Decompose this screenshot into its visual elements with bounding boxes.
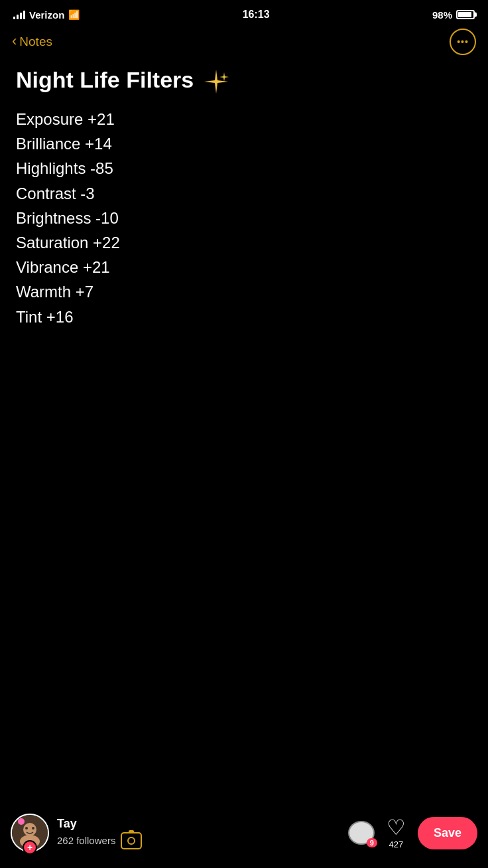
battery-percent: 98% bbox=[432, 9, 452, 21]
back-chevron-icon: ‹ bbox=[12, 33, 17, 50]
status-left: Verizon 📶 bbox=[13, 9, 80, 21]
wifi-icon: 📶 bbox=[68, 9, 80, 20]
camera-icon bbox=[121, 832, 142, 849]
followers-text: 262 followers bbox=[57, 835, 115, 846]
filter-brightness: Brightness -10 bbox=[16, 206, 472, 230]
filter-exposure: Exposure +21 bbox=[16, 107, 472, 131]
note-content: Night Life Filters Exposure +21 Brillian… bbox=[0, 61, 488, 342]
back-label: Notes bbox=[19, 35, 52, 49]
note-title-text: Night Life Filters bbox=[16, 67, 194, 92]
heart-icon: ♡ bbox=[387, 817, 406, 838]
more-button[interactable]: ••• bbox=[450, 29, 476, 55]
sparkle-icon bbox=[203, 68, 229, 95]
filter-contrast: Contrast -3 bbox=[16, 181, 472, 206]
filter-vibrance: Vibrance +21 bbox=[16, 255, 472, 279]
action-buttons: 9 ♡ 427 Save bbox=[348, 817, 477, 849]
comment-count: 9 bbox=[367, 838, 377, 847]
user-info: Tay 262 followers bbox=[57, 817, 340, 849]
filter-tint: Tint +16 bbox=[16, 305, 472, 329]
follow-plus-icon[interactable]: + bbox=[23, 840, 37, 855]
filter-list: Exposure +21 Brilliance +14 Highlights -… bbox=[16, 107, 472, 329]
filter-warmth: Warmth +7 bbox=[16, 279, 472, 304]
note-title: Night Life Filters bbox=[16, 66, 472, 95]
svg-point-4 bbox=[32, 827, 34, 830]
filter-saturation: Saturation +22 bbox=[16, 230, 472, 255]
status-bar: Verizon 📶 16:13 98% bbox=[0, 0, 488, 27]
carrier-label: Verizon bbox=[29, 9, 64, 21]
avatar-container[interactable]: + bbox=[11, 814, 49, 852]
status-right: 98% bbox=[432, 9, 475, 21]
svg-point-1 bbox=[23, 823, 36, 836]
clock: 16:13 bbox=[243, 9, 270, 21]
svg-point-5 bbox=[18, 818, 25, 825]
filter-brilliance: Brilliance +14 bbox=[16, 131, 472, 156]
signal-icon bbox=[13, 10, 25, 19]
bottom-bar: + Tay 262 followers 9 ♡ 427 Save bbox=[0, 798, 488, 868]
battery-icon bbox=[456, 10, 475, 19]
back-button[interactable]: ‹ Notes bbox=[12, 34, 52, 50]
nav-bar: ‹ Notes ••• bbox=[0, 27, 488, 61]
like-count: 427 bbox=[389, 839, 404, 849]
followers-row: 262 followers bbox=[57, 832, 340, 849]
like-button[interactable]: ♡ 427 bbox=[387, 817, 406, 849]
username: Tay bbox=[57, 817, 340, 831]
save-button[interactable]: Save bbox=[418, 817, 477, 849]
svg-point-3 bbox=[25, 827, 28, 830]
filter-highlights: Highlights -85 bbox=[16, 156, 472, 181]
comment-button[interactable]: 9 bbox=[348, 821, 375, 845]
more-dots-icon: ••• bbox=[457, 37, 469, 46]
